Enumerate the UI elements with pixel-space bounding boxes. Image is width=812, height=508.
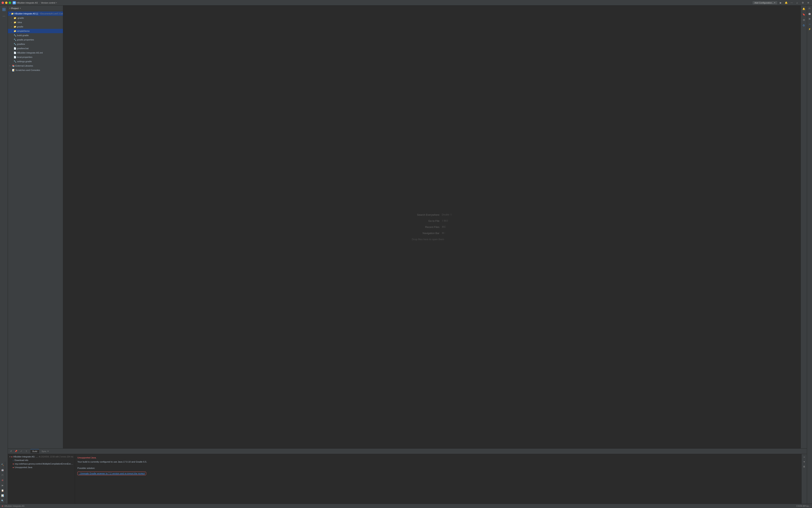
tree-item-gradlew-bat[interactable]: › 📄 gradlew.bat bbox=[8, 46, 63, 50]
build-output-line2: Your build is currently configured to us… bbox=[78, 460, 799, 464]
tab-build-label: Build bbox=[32, 450, 37, 453]
scratches-label: Scratches and Consoles bbox=[15, 69, 40, 71]
layout-editor-icon[interactable]: ⊞ bbox=[807, 16, 812, 21]
scratches-chevron: › bbox=[9, 69, 11, 71]
profiler-icon[interactable]: 📊 bbox=[0, 493, 5, 498]
lightning-icon[interactable]: ⚡ bbox=[807, 27, 812, 31]
tree-item-simpledemo[interactable]: › 📁 simpleDemo bbox=[8, 29, 63, 33]
bookmarks-icon[interactable]: 🔖 bbox=[801, 12, 807, 17]
build-icon[interactable]: 🔨 bbox=[0, 463, 5, 467]
shortcut-goto-file: Go to File ⇧⌘O bbox=[412, 219, 452, 222]
tab-sync-label: Sync bbox=[41, 450, 46, 453]
search-icon[interactable]: ⌕ bbox=[795, 1, 799, 5]
tree-root-item[interactable]: ▾ 📁 HBuilder-Integrate-AS [:] ~/Document… bbox=[8, 11, 63, 16]
build-unsupported-java[interactable]: ● Unsupported Java bbox=[8, 466, 75, 469]
logcat-icon[interactable]: 📋 bbox=[0, 488, 5, 493]
gradlew-icon: 🔧 bbox=[14, 43, 16, 45]
build-output: Unsupported Java. Your build is currentl… bbox=[75, 454, 801, 504]
app-inspection-icon[interactable]: 🔍 bbox=[0, 499, 5, 503]
editor-shortcuts: Search Everywhere Double ⇧ Go to File ⇧⌘… bbox=[412, 213, 452, 241]
expand-icon[interactable]: ⤢ bbox=[19, 449, 23, 454]
app-name: HBuilder-Integrate-AS bbox=[16, 2, 38, 4]
gradle-tool-icon[interactable]: G bbox=[801, 23, 807, 28]
root-path: ~/Documents/A-Lee/C-Code/@Codes/U bbox=[39, 13, 63, 15]
tab-build[interactable]: Build bbox=[31, 449, 39, 453]
tree-item-external-libraries[interactable]: › 📚 External Libraries bbox=[8, 64, 63, 68]
app-icon: HB bbox=[13, 1, 16, 4]
idea-label: .idea bbox=[17, 21, 22, 24]
version-control[interactable]: Version control bbox=[41, 2, 55, 4]
tree-item-gradle[interactable]: › 📁 gradle bbox=[8, 25, 63, 29]
gear-icon[interactable]: ⚙ bbox=[801, 1, 805, 5]
project-tree[interactable]: ▾ 📁 HBuilder-Integrate-AS [:] ~/Document… bbox=[8, 11, 63, 448]
tab-sync[interactable]: Sync ✕ bbox=[40, 449, 51, 453]
android-studio-icon[interactable]: 🤖 bbox=[0, 468, 5, 472]
arrow-right-icon[interactable]: → bbox=[807, 22, 812, 26]
delete-icon[interactable]: 🗑 bbox=[802, 464, 807, 469]
ext-lib-icon: 📚 bbox=[12, 65, 15, 67]
shortcut-nav-bar: Navigation Bar ⌘↑ bbox=[412, 232, 452, 235]
tab-sync-close[interactable]: ✕ bbox=[47, 450, 49, 452]
filter-icon[interactable]: ▼ bbox=[802, 460, 807, 464]
goto-file-label: Go to File bbox=[412, 219, 439, 222]
build-output-link-row: - Upgrade Gradle wrapper to 7.2 version … bbox=[78, 471, 799, 476]
build-timestamp: At 2024/5/9, 13:56 with 2 errors 154 ms bbox=[39, 456, 73, 458]
left-bottom-strip: 🔨 🤖 ⊓ ⊘ ▶ 📋 📊 🔍 bbox=[0, 462, 5, 504]
app-title: HB HBuilder-Integrate-AS › Version contr… bbox=[13, 1, 57, 4]
tree-item-build-gradle[interactable]: › 🔧 build.gradle bbox=[8, 33, 63, 38]
tree-item-settings-gradle[interactable]: › 🔧 settings.gradle bbox=[8, 59, 63, 64]
scratches-icon: 📝 bbox=[12, 69, 15, 72]
tree-item-iml[interactable]: › 📄 HBuilder-Integrate-AS.iml bbox=[8, 50, 63, 55]
compilation-error-icon: ● bbox=[13, 463, 14, 465]
upgrade-gradle-link[interactable]: - Upgrade Gradle wrapper to 7.2 version … bbox=[78, 472, 146, 475]
tree-item-idea[interactable]: › 📁 .idea bbox=[8, 20, 63, 25]
root-folder-icon: 📁 bbox=[11, 12, 14, 15]
status-project[interactable]: HBuilder-Integrate-AS bbox=[4, 505, 25, 507]
pin-icon[interactable]: 📌 bbox=[14, 449, 18, 454]
layout-icon[interactable]: ⊞ bbox=[806, 1, 810, 5]
bell-icon[interactable]: 🔔 bbox=[784, 1, 788, 5]
gradle-properties-label: gradle.properties bbox=[17, 39, 34, 41]
tree-item-gradle-hidden[interactable]: › 📁 .gradle bbox=[8, 16, 63, 20]
more-tools-icon[interactable]: ⋯ bbox=[1, 13, 7, 19]
close-button[interactable] bbox=[2, 2, 4, 4]
shortcut-recent-files: Recent Files ⌘E bbox=[412, 225, 452, 228]
build-gradle-label: build.gradle bbox=[17, 34, 29, 37]
more-icon[interactable]: ⋯ bbox=[790, 1, 794, 5]
status-bar: ⊘ HBuilder-Integrate-AS CSON BProp... bbox=[0, 504, 812, 508]
tree-item-local-properties[interactable]: › 📄 local.properties bbox=[8, 55, 63, 59]
settings-gradle-icon: 🔧 bbox=[14, 60, 16, 63]
wrap-text-icon[interactable]: ≡ bbox=[802, 455, 807, 459]
terminal-icon[interactable]: ⊓ bbox=[807, 6, 812, 11]
problems-icon[interactable]: ⊘ bbox=[0, 478, 5, 482]
tree-item-gradlew[interactable]: › 🔧 gradlew bbox=[8, 42, 63, 46]
build-compilation-error[interactable]: ● org.codehaus.groovy.control.MultipleCo… bbox=[8, 462, 75, 466]
minimize-button[interactable] bbox=[5, 2, 7, 4]
structure-icon[interactable]: ⊟ bbox=[801, 17, 807, 23]
build-root-item[interactable]: ▾ ● HBuilder-Integrate-AS: failed At 202… bbox=[8, 455, 75, 458]
sync-icon[interactable]: ↺ bbox=[9, 449, 13, 454]
notifications-icon[interactable]: 🔔 bbox=[801, 6, 807, 11]
android-icon[interactable]: 🤖 bbox=[807, 11, 812, 16]
build-root-chevron: ▾ bbox=[9, 456, 10, 458]
root-chevron-icon: ▾ bbox=[9, 13, 10, 15]
compilation-error-label: org.codehaus.groovy.control.MultipleComp… bbox=[15, 463, 73, 465]
run-bottom-icon[interactable]: ▶ bbox=[0, 483, 5, 488]
project-panel-header: ▾ Project ▾ bbox=[8, 5, 63, 11]
terminal-bottom-icon[interactable]: ⊓ bbox=[0, 473, 5, 477]
local-properties-icon: 📄 bbox=[14, 56, 16, 58]
project-view-icon[interactable] bbox=[1, 6, 7, 13]
local-properties-label: local.properties bbox=[17, 56, 32, 58]
build-output-spacer bbox=[78, 464, 799, 465]
maximize-button[interactable] bbox=[9, 2, 11, 4]
add-configuration-button[interactable]: Add Configuration... ▾ bbox=[753, 1, 777, 4]
project-dropdown-icon[interactable]: ▾ bbox=[20, 7, 21, 9]
help-icon[interactable]: ? bbox=[24, 449, 29, 454]
iml-icon: 📄 bbox=[14, 51, 16, 54]
build-download-info[interactable]: ↓ Download info bbox=[8, 458, 75, 462]
shortcut-search-everywhere: Search Everywhere Double ⇧ bbox=[412, 213, 452, 216]
tree-item-gradle-properties[interactable]: › 🔧 gradle.properties bbox=[8, 38, 63, 42]
build-root-error-icon: ● bbox=[11, 456, 12, 458]
run-icon[interactable]: ▶ bbox=[778, 1, 783, 5]
tree-item-scratches[interactable]: › 📝 Scratches and Consoles bbox=[8, 68, 63, 72]
